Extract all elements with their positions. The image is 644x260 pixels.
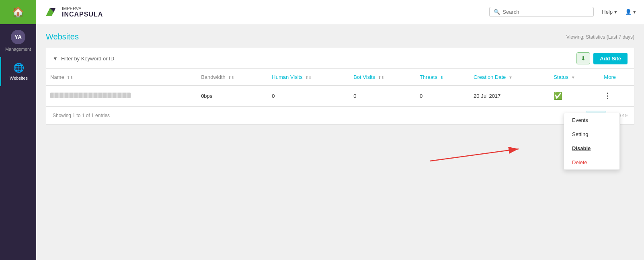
page-title: Websites [46, 32, 79, 41]
more-options-icon[interactable]: ⋮ [604, 92, 611, 100]
svg-line-3 [430, 149, 519, 161]
user-chevron-icon: ▾ [633, 9, 636, 15]
avatar: YA [11, 30, 25, 44]
add-site-button[interactable]: Add Site [593, 53, 628, 64]
filter-right: ⬇ Add Site [576, 52, 628, 64]
dropdown-item-delete[interactable]: Delete [564, 155, 619, 169]
main-area: IMPERVA INCAPSULA 🔍 Help ▾ 👤 ▾ Websites … [36, 0, 644, 260]
search-input[interactable] [502, 9, 589, 15]
viewing-label: Viewing: Statistics (Last 7 days) [566, 34, 634, 40]
cell-creation-date: 20 Jul 2017 [470, 85, 550, 106]
cell-more[interactable]: ⋮ [600, 85, 634, 106]
sidebar-websites-label: Websites [10, 76, 28, 80]
table-footer: Showing 1 to 1 of 1 entries Next Jun 201… [46, 107, 634, 125]
logo-imperva: IMPERVA [62, 6, 103, 11]
logo-text: IMPERVA INCAPSULA [62, 6, 103, 18]
search-box[interactable]: 🔍 [489, 7, 594, 17]
websites-table: Name ⬆⬇ Bandwidth ⬆⬇ Human Visits ⬆⬇ B [46, 69, 634, 107]
filter-left: ▼ Filter by Keyword or ID [53, 56, 114, 62]
globe-icon: 🌐 [13, 63, 24, 73]
col-header-creation-date[interactable]: Creation Date ▼ [470, 69, 550, 85]
dropdown-item-setting[interactable]: Setting [564, 127, 619, 141]
sort-icon-bandwidth: ⬆⬇ [228, 75, 234, 80]
status-active-icon: ✅ [554, 92, 562, 100]
content-area: Websites Viewing: Statistics (Last 7 day… [36, 24, 644, 260]
search-icon: 🔍 [494, 9, 500, 15]
cell-bot-visits: 0 [349, 85, 416, 106]
sort-icon-bot-visits: ⬆⬇ [378, 75, 384, 80]
table-row: 0bps 0 0 0 20 Jul 2017 ✅ ⋮ [46, 85, 634, 106]
cell-human-visits: 0 [268, 85, 349, 106]
logo-incapsula: INCAPSULA [62, 11, 103, 18]
help-label: Help [602, 9, 613, 15]
col-header-status[interactable]: Status ▼ [550, 69, 600, 85]
col-header-bandwidth[interactable]: Bandwidth ⬆⬇ [197, 69, 268, 85]
topbar: IMPERVA INCAPSULA 🔍 Help ▾ 👤 ▾ [36, 0, 644, 24]
filter-label: Filter by Keyword or ID [61, 56, 114, 62]
sidebar-management-label: Management [5, 47, 31, 52]
sidebar-item-management[interactable]: YA Management [0, 24, 36, 57]
user-menu[interactable]: 👤 ▾ [625, 9, 636, 15]
sort-icon-threats: ⬇ [440, 75, 443, 80]
help-chevron-icon: ▾ [614, 9, 617, 15]
cell-status: ✅ [550, 85, 600, 106]
sidebar-home-button[interactable]: 🏠 [0, 0, 36, 24]
filter-bar: ▼ Filter by Keyword or ID ⬇ Add Site [46, 48, 634, 69]
home-icon: 🏠 [12, 6, 24, 18]
sort-icon-name: ⬆⬇ [67, 75, 73, 80]
cell-bandwidth: 0bps [197, 85, 268, 106]
showing-entries-label: Showing 1 to 1 of 1 entries [53, 113, 110, 118]
user-icon: 👤 [625, 9, 632, 15]
filter-icon: ▼ [53, 56, 58, 62]
sidebar-item-websites[interactable]: 🌐 Websites [0, 57, 36, 86]
col-header-threats[interactable]: Threats ⬇ [416, 69, 470, 85]
cell-name [46, 85, 197, 106]
col-header-more: More [600, 69, 634, 85]
cell-threats: 0 [416, 85, 470, 106]
sidebar: 🏠 YA Management 🌐 Websites [0, 0, 36, 260]
col-header-name[interactable]: Name ⬆⬇ [46, 69, 197, 85]
page-header: Websites Viewing: Statistics (Last 7 day… [46, 32, 634, 41]
sort-icon-human-visits: ⬆⬇ [305, 75, 312, 80]
col-header-human-visits[interactable]: Human Visits ⬆⬇ [268, 69, 349, 85]
dropdown-item-events[interactable]: Events [564, 113, 619, 127]
logo: IMPERVA INCAPSULA [44, 5, 103, 19]
help-button[interactable]: Help ▾ [602, 9, 617, 15]
filter-icon-status: ▼ [571, 75, 575, 80]
dropdown-item-disable[interactable]: Disable [564, 141, 619, 155]
logo-icon [44, 5, 59, 19]
filter-icon-creation-date: ▼ [509, 75, 513, 80]
download-button[interactable]: ⬇ [576, 52, 590, 64]
context-dropdown-menu: Events Setting Disable Delete [564, 113, 620, 170]
col-header-bot-visits[interactable]: Bot Visits ⬆⬇ [349, 69, 416, 85]
blurred-site-name [50, 93, 131, 98]
